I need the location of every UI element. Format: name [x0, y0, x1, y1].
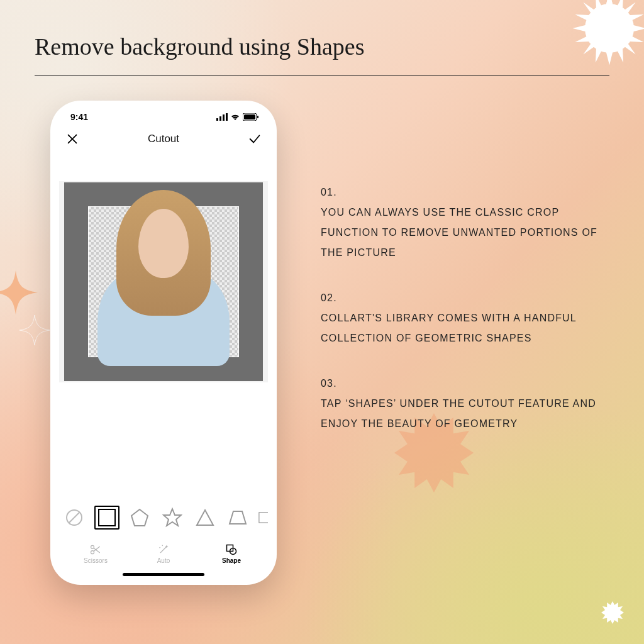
title-divider	[35, 75, 609, 76]
step-1: 01. You can always use the classic crop …	[321, 182, 597, 263]
shape-trapezoid[interactable]	[225, 505, 250, 530]
svg-rect-15	[259, 513, 268, 523]
svg-rect-7	[257, 116, 258, 118]
shape-icon	[225, 543, 238, 556]
tab-auto-label: Auto	[157, 557, 170, 564]
tab-shape[interactable]: Shape	[203, 543, 260, 564]
step-1-text: You can always use the classic crop func…	[321, 203, 597, 263]
shape-rectangle[interactable]	[258, 505, 268, 530]
shape-none[interactable]	[62, 505, 87, 530]
decorative-sparkle-outline	[19, 314, 50, 346]
scissors-icon	[89, 543, 102, 556]
canvas-image	[101, 190, 226, 366]
shape-square[interactable]	[94, 506, 119, 530]
svg-marker-13	[197, 510, 213, 525]
svg-rect-10	[99, 509, 115, 526]
canvas-frame	[64, 182, 263, 381]
phone-mockup: 9:41 Cutout	[50, 101, 277, 585]
step-2-number: 02.	[321, 288, 597, 308]
instructions: 01. You can always use the classic crop …	[321, 182, 597, 459]
shape-pentagon[interactable]	[127, 505, 152, 530]
decorative-sparkle	[0, 270, 38, 314]
svg-rect-3	[223, 114, 225, 121]
battery-icon	[243, 113, 259, 121]
wifi-icon	[230, 113, 240, 121]
status-indicators	[216, 113, 259, 121]
shape-star[interactable]	[160, 505, 185, 530]
step-3-text: Tap ‘Shapes’ under the cutout feature an…	[321, 394, 597, 434]
step-3-number: 03.	[321, 374, 597, 394]
step-1-number: 01.	[321, 182, 597, 203]
svg-line-20	[160, 547, 167, 553]
tab-scissors[interactable]: Scissors	[67, 543, 124, 564]
bottom-tabs: Scissors Auto Shape	[59, 534, 268, 570]
svg-rect-1	[216, 118, 218, 121]
svg-marker-11	[131, 509, 148, 526]
nav-title: Cutout	[148, 133, 179, 145]
svg-point-21	[159, 547, 160, 548]
tab-auto[interactable]: Auto	[135, 543, 192, 564]
svg-line-9	[69, 513, 79, 523]
decorative-sunburst	[569, 0, 644, 69]
svg-point-16	[91, 545, 94, 548]
close-icon[interactable]	[65, 132, 79, 146]
page-title: Remove background using Shapes	[35, 33, 365, 60]
cellular-icon	[216, 113, 228, 121]
step-2-text: Collart's library comes with a handful c…	[321, 308, 597, 348]
shape-picker	[59, 501, 268, 534]
decorative-burst-small	[600, 600, 625, 625]
svg-marker-14	[230, 511, 246, 524]
svg-rect-4	[226, 113, 228, 121]
checkmark-icon[interactable]	[248, 132, 262, 146]
nav-bar: Cutout	[59, 126, 268, 156]
svg-point-22	[162, 545, 164, 546]
step-3: 03. Tap ‘Shapes’ under the cutout featur…	[321, 374, 597, 434]
svg-rect-2	[219, 116, 221, 121]
status-time: 9:41	[70, 112, 88, 122]
editor-canvas[interactable]	[59, 181, 268, 382]
svg-point-17	[91, 550, 94, 553]
magic-wand-icon	[157, 543, 170, 556]
tab-scissors-label: Scissors	[84, 557, 108, 564]
svg-rect-6	[244, 114, 255, 119]
status-bar: 9:41	[59, 109, 268, 126]
svg-marker-12	[164, 509, 181, 526]
shape-triangle[interactable]	[192, 505, 218, 530]
home-indicator	[123, 573, 204, 576]
step-2: 02. Collart's library comes with a handf…	[321, 288, 597, 348]
tab-shape-label: Shape	[222, 557, 241, 564]
